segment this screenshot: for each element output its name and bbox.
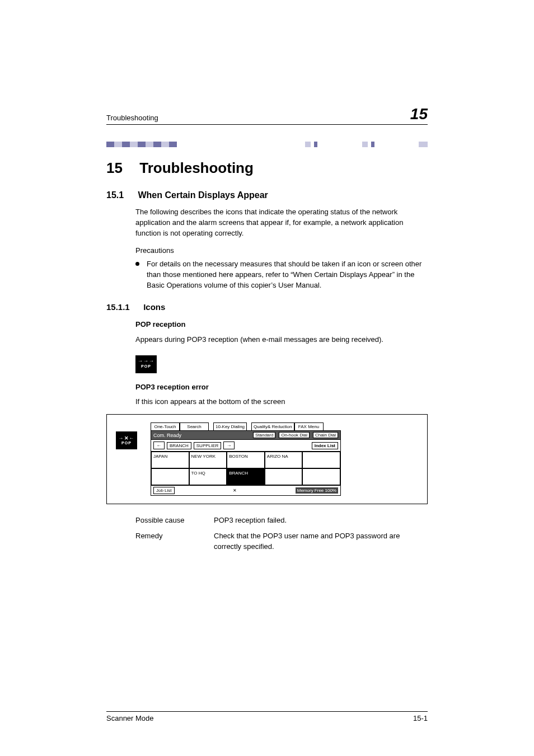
fax-footer: Job List ✕ Memory Free 100%	[151, 486, 341, 496]
tab-fax-menu[interactable]: FAX Menu	[294, 422, 324, 430]
pop-error-heading: POP3 reception error	[135, 382, 428, 393]
dial-cell[interactable]: BOSTON	[227, 452, 265, 468]
dial-cell[interactable]: JAPAN	[151, 452, 189, 468]
pill-standard[interactable]: Standard	[253, 432, 275, 438]
subsection-heading: 15.1.1 Icons	[106, 302, 428, 312]
index-list-button[interactable]: Index List	[312, 442, 338, 449]
footer-left: Scanner Mode	[106, 714, 154, 722]
precautions-label: Precautions	[135, 246, 428, 256]
chapter-number-badge: 15	[410, 106, 428, 122]
subsection-number: 15.1.1	[106, 302, 141, 312]
tab-quality[interactable]: Quality& Reduction	[251, 422, 294, 430]
status-ready: Com. Ready	[153, 433, 181, 438]
subsection-title: Icons	[143, 302, 165, 312]
pop-reception-icon: →→→ POP	[135, 355, 157, 373]
tab-10key[interactable]: 10-Key Dialing	[213, 422, 247, 430]
dial-cell[interactable]: ARIZO NA	[265, 452, 303, 468]
section-heading: 15.1 When Certain Displays Appear	[106, 190, 428, 200]
pop-error-label: POP	[121, 441, 132, 445]
chapter-title: Troubleshooting	[139, 159, 254, 176]
fax-panel: One-Touch Search 10-Key Dialing Quality&…	[151, 422, 341, 496]
running-title: Troubleshooting	[106, 114, 158, 122]
screen-example-frame: →✕← POP One-Touch Search 10-Key Dialing …	[106, 414, 428, 504]
dial-cell[interactable]	[265, 468, 303, 485]
running-header: Troubleshooting 15	[106, 106, 428, 125]
diagnosis-table: Possible cause POP3 reception failed. Re…	[135, 515, 428, 552]
job-list-button[interactable]: Job List	[153, 487, 175, 494]
fax-nav-row: ← BRANCH SUPPLIER → Index List	[151, 440, 341, 452]
fax-status-bar: Com. Ready Standard On-hook Dial Chain D…	[151, 430, 341, 440]
pop-reception-text: Appears during POP3 reception (when e-ma…	[135, 335, 428, 345]
page-footer: Scanner Mode 15-1	[106, 711, 428, 722]
pop-icon-label: POP	[141, 364, 151, 369]
group-supplier[interactable]: SUPPLIER	[194, 442, 222, 449]
cause-label: Possible cause	[135, 515, 214, 525]
nav-left-icon[interactable]: ←	[153, 442, 165, 449]
section-title: When Certain Displays Appear	[138, 190, 268, 200]
precaution-item: For details on the necessary measures th…	[135, 259, 428, 291]
precautions-list: For details on the necessary measures th…	[135, 259, 428, 291]
dial-cell[interactable]	[302, 452, 340, 468]
cause-value: POP3 reception failed.	[214, 515, 428, 525]
chapter-number: 15	[106, 159, 135, 177]
pop-error-icon: →✕← POP	[116, 431, 137, 449]
dial-cell[interactable]: NEW YORK	[189, 452, 227, 468]
footer-pop-icon: ✕	[233, 488, 237, 493]
tab-one-touch[interactable]: One-Touch	[151, 422, 180, 430]
section-number: 15.1	[106, 190, 135, 200]
dial-cell[interactable]	[151, 468, 189, 485]
dial-cell-selected[interactable]: BRANCH	[227, 468, 265, 485]
pill-onhook[interactable]: On-hook Dial	[279, 432, 310, 438]
decorative-stripes	[106, 142, 428, 147]
tab-search[interactable]: Search	[180, 422, 209, 430]
fax-tabs: One-Touch Search 10-Key Dialing Quality&…	[151, 422, 341, 430]
dial-cell[interactable]: TO HQ	[189, 468, 227, 485]
speed-dial-grid: JAPAN NEW YORK BOSTON ARIZO NA TO HQ BRA…	[151, 452, 341, 486]
remedy-value: Check that the POP3 user name and POP3 p…	[214, 531, 428, 551]
pill-chain[interactable]: Chain Dial	[313, 432, 338, 438]
footer-page-number: 15-1	[413, 714, 428, 722]
remedy-label: Remedy	[135, 531, 214, 551]
memory-badge: Memory Free 100%	[296, 487, 338, 494]
section-intro: The following describes the icons that i…	[135, 207, 428, 239]
pop-error-arrows: →✕←	[119, 436, 135, 441]
pop-reception-heading: POP reception	[135, 320, 428, 330]
dial-cell[interactable]	[302, 468, 340, 485]
pop-error-text: If this icon appears at the bottom of th…	[135, 397, 428, 407]
group-branch[interactable]: BRANCH	[167, 442, 191, 449]
chapter-heading: 15 Troubleshooting	[106, 159, 428, 177]
pop-icon-arrows: →→→	[138, 359, 154, 364]
nav-right-icon[interactable]: →	[223, 442, 235, 449]
